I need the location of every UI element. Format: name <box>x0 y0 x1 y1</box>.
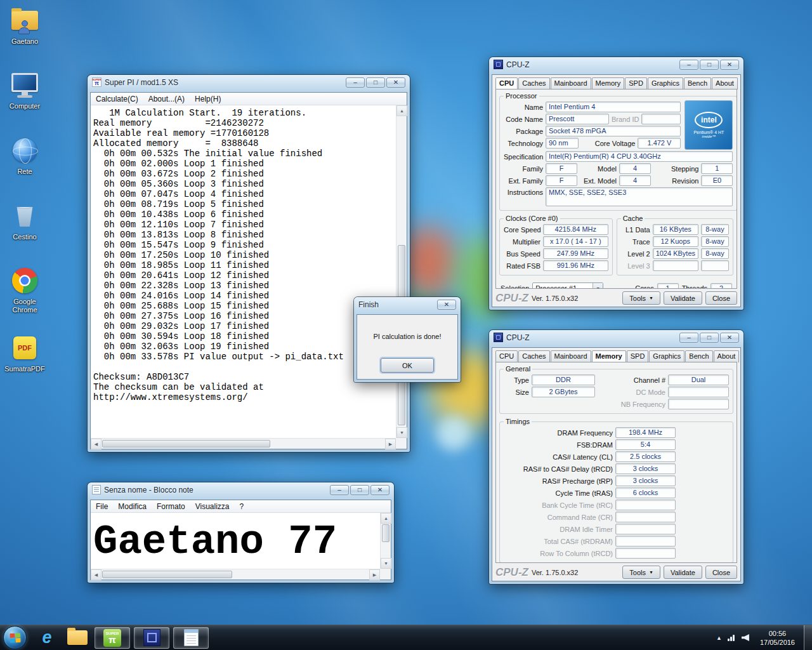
scroll-up-icon[interactable]: ▲ <box>396 105 407 116</box>
scroll-left-icon[interactable]: ◀ <box>91 439 102 449</box>
notepad-menubar: File Modifica Formato Visualizza ? <box>91 500 391 513</box>
maximize-button[interactable]: □ <box>350 485 369 495</box>
desktop-icon-chrome[interactable]: Google Chrome <box>1 265 48 326</box>
validate-button[interactable]: Validate <box>664 291 702 305</box>
system-tray: ▲ 00:56 17/05/2016 <box>716 629 804 647</box>
scroll-right-icon[interactable]: ▶ <box>369 569 380 580</box>
close-button[interactable]: Close <box>705 566 737 579</box>
ok-button[interactable]: OK <box>381 358 434 373</box>
cpuz-version: Ver. 1.75.0.x32 <box>532 569 578 576</box>
package-field: Socket 478 mPGA <box>546 126 681 136</box>
menu-modifica[interactable]: Modifica <box>113 501 152 512</box>
volume-icon[interactable] <box>742 634 749 641</box>
tab-memory[interactable]: Memory <box>592 77 625 90</box>
close-button[interactable]: ✕ <box>720 333 739 343</box>
maximize-button[interactable]: □ <box>700 333 719 343</box>
network-icon[interactable] <box>728 634 736 641</box>
tools-button[interactable]: Tools ▼ <box>622 291 660 305</box>
minimize-button[interactable]: – <box>346 77 365 88</box>
tab-about[interactable]: About <box>712 77 738 90</box>
menu-formato[interactable]: Formato <box>152 501 190 512</box>
minimize-button[interactable]: – <box>679 333 698 343</box>
validate-button[interactable]: Validate <box>664 566 702 579</box>
l3-way-field <box>701 260 729 271</box>
scroll-right-icon[interactable]: ▶ <box>385 439 396 449</box>
bus-speed-field: 247.99 MHz <box>543 248 608 259</box>
menu-visualizza[interactable]: Visualizza <box>190 501 235 512</box>
close-button[interactable]: Close <box>705 291 737 305</box>
code-name-field: Prescott <box>546 114 609 124</box>
desktop-icon-gaetano[interactable]: Gaetano <box>1 5 48 66</box>
menu-about[interactable]: About...(A) <box>143 93 190 105</box>
notepad-titlebar[interactable]: Senza nome - Blocco note – □ ✕ <box>90 482 391 497</box>
close-button[interactable]: ✕ <box>437 300 456 310</box>
chevron-down-icon: ▼ <box>649 570 653 574</box>
close-button[interactable]: ✕ <box>720 60 739 70</box>
tab-graphics[interactable]: Graphics <box>648 77 683 90</box>
processor-selection-combo[interactable]: Processor #1 ▼ <box>532 282 603 289</box>
computer-icon <box>10 70 40 100</box>
notepad-icon <box>184 629 199 646</box>
taskbar-explorer-button[interactable] <box>63 627 91 649</box>
taskbar-notepad-button[interactable] <box>173 627 209 649</box>
tab-cpu[interactable]: CPU <box>495 77 518 90</box>
vertical-scrollbar[interactable]: ▲ ▼ <box>380 513 391 569</box>
menu-calculate[interactable]: Calculate(C) <box>91 93 143 105</box>
scroll-thumb[interactable] <box>102 571 232 578</box>
maximize-button[interactable]: □ <box>366 77 385 88</box>
tab-mainboard[interactable]: Mainboard <box>551 350 591 362</box>
tab-spd[interactable]: SPD <box>625 77 647 90</box>
minimize-button[interactable]: – <box>330 485 349 495</box>
tab-memory[interactable]: Memory <box>592 350 626 362</box>
maximize-button[interactable]: □ <box>700 60 719 70</box>
general-group: General Type DDR Channel # Dual Size 2 G… <box>499 365 733 414</box>
hidden-icons-chevron-icon[interactable]: ▲ <box>716 635 722 641</box>
menu-help[interactable]: ? <box>235 501 249 512</box>
chevron-down-icon[interactable]: ▼ <box>593 283 603 289</box>
show-desktop-button[interactable] <box>804 625 812 650</box>
scroll-down-icon[interactable]: ▼ <box>396 427 407 438</box>
desktop-icon-label: SumatraPDF <box>4 365 45 373</box>
horizontal-scrollbar[interactable]: ◀ ▶ <box>91 438 396 449</box>
close-button[interactable]: ✕ <box>386 77 405 88</box>
finish-titlebar[interactable]: Finish ✕ <box>357 297 458 312</box>
desktop-icon-cestino[interactable]: Cestino <box>1 201 48 262</box>
scroll-left-icon[interactable]: ◀ <box>91 569 102 580</box>
close-button[interactable]: ✕ <box>370 485 390 495</box>
tools-button[interactable]: Tools ▼ <box>622 566 660 579</box>
scroll-thumb[interactable] <box>102 440 270 448</box>
scroll-down-icon[interactable]: ▼ <box>381 558 391 569</box>
scroll-up-icon[interactable]: ▲ <box>381 513 391 524</box>
desktop-icon-sumatrapdf[interactable]: PDF SumatraPDF <box>1 333 48 394</box>
tab-bench[interactable]: Bench <box>685 350 712 362</box>
cpuz-bottom-bar: CPU-Z Ver. 1.75.0.x32 Tools ▼ Validate C… <box>495 563 737 579</box>
horizontal-scrollbar[interactable]: ◀ ▶ <box>91 569 380 580</box>
tab-mainboard[interactable]: Mainboard <box>551 77 591 90</box>
scroll-thumb[interactable] <box>382 524 390 542</box>
cpuz-titlebar[interactable]: CPU-Z – □ ✕ <box>492 57 741 72</box>
tab-bench[interactable]: Bench <box>684 77 711 90</box>
tab-graphics[interactable]: Graphics <box>649 350 684 362</box>
maximize-icon: □ <box>707 61 711 68</box>
tab-caches[interactable]: Caches <box>518 350 549 362</box>
cpuz-titlebar[interactable]: CPU-Z – □ ✕ <box>492 330 741 345</box>
desktop-icon-rete[interactable]: Rete <box>1 135 48 196</box>
vertical-scrollbar[interactable]: ▲ ▼ <box>396 105 407 438</box>
start-button[interactable] <box>3 626 27 649</box>
taskbar-clock[interactable]: 00:56 17/05/2016 <box>755 629 800 647</box>
taskbar-ie-button[interactable]: e <box>33 627 61 649</box>
minimize-icon: – <box>687 61 691 68</box>
tab-cpu[interactable]: CPU <box>495 350 518 362</box>
menu-file[interactable]: File <box>91 501 113 512</box>
taskbar-superpi-button[interactable]: SUPER π <box>95 627 130 649</box>
taskbar-cpuz-button[interactable] <box>134 627 169 649</box>
superpi-titlebar[interactable]: SUPERπ Super PI / mod1.5 XS – □ ✕ <box>90 75 407 90</box>
cpuz-version: Ver. 1.75.0.x32 <box>532 295 578 302</box>
tab-about[interactable]: About <box>714 350 740 362</box>
desktop-icon-computer[interactable]: Computer <box>1 70 48 131</box>
tab-caches[interactable]: Caches <box>518 77 549 90</box>
menu-help[interactable]: Help(H) <box>190 93 226 105</box>
tab-spd[interactable]: SPD <box>627 350 649 362</box>
notepad-text[interactable]: Gaetano 77 <box>93 513 378 568</box>
minimize-button[interactable]: – <box>679 60 698 70</box>
